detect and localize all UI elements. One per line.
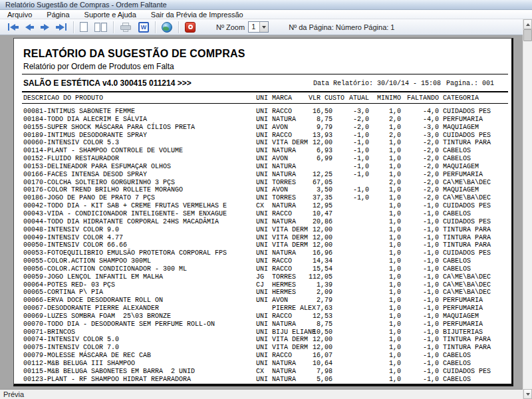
cell-categoria: CABELOS: [443, 155, 511, 163]
cell-faltando: -2,0: [401, 186, 439, 194]
cell-descricao: 00153-DELINEADOR PARA ESFUMAÇAR OLHOS: [23, 163, 256, 171]
cell-uni-marca: UNI NATURA: [256, 376, 309, 384]
cell-descricao: 00170-COLCHA SOLTEIRO GORGURINHO 3 PÇS: [23, 179, 256, 187]
column-header-categoria: CATEGORIA: [443, 94, 511, 102]
cell-descricao: 00186-JOGO DE PANO DE PRATO 7 PÇS: [23, 194, 256, 202]
last-page-icon: [56, 23, 67, 31]
exit-preview-button[interactable]: [182, 21, 199, 34]
cell-minimo: 1,0: [369, 368, 401, 376]
cell-uni-marca: UNI AVON: [256, 124, 309, 132]
cell-minimo: 1,0: [369, 124, 401, 132]
cell-categoria: TINTURA PARA: [443, 344, 511, 352]
cell-uni-marca: UNI NATURA: [256, 321, 309, 329]
cell-faltando: -1,0: [401, 281, 439, 289]
cell-categoria: MAQUIAGEM: [443, 186, 511, 194]
cell-uni-marca: UNI NATURA: [256, 163, 309, 171]
prev-page-button[interactable]: [22, 21, 37, 34]
cell-descricao: 00081-INTIMUS SABONETE FEMME: [23, 108, 256, 116]
cell-categoria: CABELOS: [443, 265, 511, 273]
cell-vlr-custo: 16,96: [309, 249, 332, 257]
cell-categoria: CUIDADOS PES: [443, 132, 511, 140]
cell-descricao: 00112-M&B BELUGA III SHAMPOO: [23, 360, 256, 368]
report-system-row: SALÃO E ESTÉTICA v4.0 300415 011214 >>> …: [23, 78, 508, 88]
menu-item-pagina[interactable]: Página: [39, 10, 76, 19]
table-row: 00053-FOTOEQUILIBRIO EMULSÃO PROTETORA C…: [23, 249, 511, 257]
cell-descricao: 00189-INTIMUS DESODORANTE SPRAY: [23, 132, 256, 140]
last-page-button[interactable]: [53, 21, 70, 34]
first-page-button[interactable]: [4, 21, 22, 34]
table-row: 00069-LUZES SOMBRA FOAM 25\03 BRONZE UNI…: [23, 313, 511, 321]
table-row: 00064-POTES RED- 03 PÇS CJ HERMES 1,39 1…: [23, 281, 511, 289]
export-word-button[interactable]: W: [135, 21, 152, 34]
chevron-down-icon[interactable]: [259, 22, 268, 32]
cell-atual: -1,0: [332, 147, 369, 155]
cell-faltando: -1,0: [401, 360, 439, 368]
next-page-icon: [41, 24, 49, 31]
table-row: 00152-FLUIDO RESTAURADOR UNI AVON 6,99 -…: [23, 155, 511, 163]
cell-uni-marca: CJ HERMES: [256, 281, 309, 289]
cell-faltando: -1,0: [401, 344, 439, 352]
column-header-minimo: MINIMO: [369, 94, 401, 102]
cell-atual: [332, 336, 369, 344]
column-header-atual: ATUAL: [332, 94, 369, 102]
printer-icon: [120, 23, 132, 32]
cell-faltando: -1,0: [401, 202, 439, 210]
menu-item-suporte[interactable]: Suporte e Ajuda: [77, 10, 144, 19]
table-row: 00071-BRINCOS UNI BIJU ELIANE 10,50 1,0 …: [23, 329, 511, 336]
scrollbar-thumb[interactable]: [523, 29, 532, 41]
cell-minimo: 1,0: [369, 194, 401, 202]
cell-categoria: MAQUIAGEM: [443, 313, 511, 321]
menu-item-sair-previa[interactable]: Sair da Prévia de Impressão: [144, 10, 251, 19]
web-button[interactable]: [158, 21, 176, 34]
cell-vlr-custo: 9,79: [309, 124, 332, 132]
table-row: 00186-JOGO DE PANO DE PRATO 7 PÇS UNI TO…: [23, 194, 511, 202]
print-button[interactable]: [116, 21, 135, 34]
scroll-down-icon[interactable]: [523, 389, 532, 399]
cell-faltando: -3,0: [401, 132, 439, 140]
cell-categoria: CA\ME\BA\DEC: [443, 273, 511, 281]
toolbar-separator: [155, 21, 156, 33]
cell-minimo: 1,0: [369, 297, 401, 305]
cell-vlr-custo: 12,00: [309, 336, 332, 344]
two-page-view-button[interactable]: [91, 21, 110, 34]
cell-atual: -2,0: [332, 116, 369, 124]
scroll-up-icon[interactable]: [523, 19, 532, 29]
cell-faltando: -1,0: [401, 321, 439, 329]
status-text: Prévia: [3, 390, 24, 398]
cell-vlr-custo: 12,00: [309, 226, 332, 234]
cell-minimo: 1,0: [369, 241, 401, 249]
single-page-icon: [80, 22, 88, 32]
column-header-descricao: DESCRICAO DO PRODUTO: [23, 94, 256, 102]
table-row: 00170-COLCHA SOLTEIRO GORGURINHO 3 PÇS U…: [23, 179, 511, 187]
cell-faltando: -4,0: [401, 108, 439, 116]
table-row: 00067-DESODORANTE PIERRE ALEXANDER PIERR…: [23, 305, 511, 313]
cell-categoria: TINTURA PARA: [443, 241, 511, 249]
cell-descricao: 00060-INTENSIV COLOR 5.3: [23, 139, 256, 147]
next-page-button[interactable]: [37, 21, 53, 34]
cell-vlr-custo: 12,00: [309, 241, 332, 249]
cell-atual: [332, 329, 369, 336]
cell-minimo: 1,0: [369, 329, 401, 336]
cell-descricao: 00065-CORTINA P\ PIA: [23, 289, 256, 297]
table-header: DESCRICAO DO PRODUTO UNI MARCA VLR CUSTO…: [23, 94, 511, 102]
cell-minimo: 1,0: [369, 163, 401, 171]
cell-faltando: -1,0: [401, 329, 439, 336]
cell-categoria: CUIDADOS PES: [443, 218, 511, 226]
zoom-select[interactable]: 1: [248, 21, 269, 33]
cell-categoria: CUIDADOS PES: [443, 108, 511, 116]
cell-descricao: 00055-COLOR.ACTION SHAMPOO 300ML: [23, 257, 256, 265]
single-page-view-button[interactable]: [76, 21, 91, 34]
vertical-scrollbar[interactable]: [523, 19, 532, 399]
cell-descricao: 00059-JOGO LENÇOL INFANTIL EM MALHA: [23, 273, 256, 281]
cell-atual: [332, 273, 369, 281]
cell-uni-marca: UNI RACCO: [256, 210, 309, 218]
cell-faltando: -2,0: [401, 139, 439, 147]
menu-item-arquivo[interactable]: Arquivo: [0, 10, 39, 19]
report-page-number: Pagina.: 001: [446, 80, 494, 87]
cell-vlr-custo: 12,25: [309, 171, 332, 179]
cell-descricao: 00069-LUZES SOMBRA FOAM 25\03 BRONZE: [23, 313, 256, 321]
cell-faltando: -1,0: [401, 297, 439, 305]
cell-minimo: 1,0: [369, 344, 401, 352]
table-row: 00112-M&B BELUGA III SHAMPOO UNI NATURA …: [23, 360, 511, 368]
cell-categoria: CA\ME\BA\DEC: [443, 179, 511, 187]
